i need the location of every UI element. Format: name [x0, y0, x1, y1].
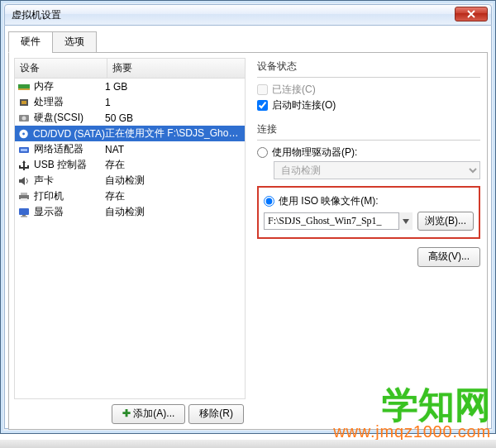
use-physical-radio[interactable] — [257, 147, 268, 158]
device-details-pane: 设备状态 已连接(C) 启动时连接(O) 连接 — [246, 58, 482, 424]
connected-checkbox — [257, 84, 268, 95]
connection-group: 连接 使用物理驱动器(P): 自动检测 使用 IS — [257, 122, 480, 267]
tab-hardware[interactable]: 硬件 — [8, 31, 53, 53]
device-summary: 1 GB — [105, 81, 242, 93]
client-area: 硬件 选项 设备 摘要 内存1 GB处理器1硬盘(SCSI)50 GBCD/DV… — [4, 26, 492, 429]
device-summary: 1 — [105, 97, 242, 108]
chevron-down-icon[interactable] — [398, 212, 413, 230]
iso-path-input[interactable] — [264, 212, 413, 230]
table-row[interactable]: 打印机存在 — [15, 188, 245, 204]
svg-rect-3 — [21, 101, 26, 104]
iso-highlight-box: 使用 ISO 映像文件(M): 浏览(B)... — [257, 186, 480, 239]
titlebar[interactable]: 虚拟机设置 — [4, 4, 492, 26]
svg-rect-12 — [21, 198, 27, 201]
hardware-panel: 设备 摘要 内存1 GB处理器1硬盘(SCSI)50 GBCD/DVD (SAT… — [8, 53, 488, 430]
svg-rect-15 — [21, 216, 27, 217]
vm-settings-window: 虚拟机设置 硬件 选项 设备 摘要 内存1 GB处理器1硬盘(SCSI)50 G… — [0, 0, 496, 434]
device-summary: 存在 — [105, 158, 242, 172]
device-table-body: 内存1 GB处理器1硬盘(SCSI)50 GBCD/DVD (SATA)正在使用… — [14, 79, 246, 399]
device-name: 网络适配器 — [34, 142, 83, 156]
device-list-pane: 设备 摘要 内存1 GB处理器1硬盘(SCSI)50 GBCD/DVD (SAT… — [14, 58, 246, 424]
device-name: 声卡 — [34, 174, 54, 188]
use-iso-radio[interactable] — [264, 196, 274, 207]
table-row[interactable]: 内存1 GB — [15, 79, 245, 94]
connect-on-power-checkbox[interactable] — [257, 100, 268, 111]
use-physical-radio-row[interactable]: 使用物理驱动器(P): — [257, 145, 480, 160]
device-status-group: 设备状态 已连接(C) 启动时连接(O) — [257, 60, 480, 114]
table-row[interactable]: 显示器自动检测 — [15, 204, 245, 220]
table-row[interactable]: 网络适配器NAT — [15, 141, 245, 157]
device-name: 硬盘(SCSI) — [34, 111, 83, 125]
device-summary: 正在使用文件 F:\SDJS_Ghost_Win7... — [105, 126, 242, 141]
iso-row: 浏览(B)... — [264, 212, 474, 231]
col-device[interactable]: 设备 — [15, 59, 107, 78]
device-summary: 存在 — [105, 189, 242, 203]
col-summary[interactable]: 摘要 — [107, 59, 137, 78]
browse-button[interactable]: 浏览(B)... — [417, 212, 474, 231]
table-row[interactable]: 硬盘(SCSI)50 GB — [15, 110, 245, 126]
svg-rect-13 — [19, 208, 29, 215]
device-name: 处理器 — [34, 95, 64, 109]
table-row[interactable]: 声卡自动检测 — [15, 173, 245, 188]
connection-title: 连接 — [257, 122, 480, 138]
table-row[interactable]: USB 控制器存在 — [15, 157, 245, 173]
table-row[interactable]: 处理器1 — [15, 94, 245, 110]
use-iso-radio-row[interactable]: 使用 ISO 映像文件(M): — [264, 194, 474, 208]
window-title: 虚拟机设置 — [12, 8, 61, 22]
device-name: 显示器 — [34, 205, 64, 219]
table-row[interactable]: CD/DVD (SATA)正在使用文件 F:\SDJS_Ghost_Win7..… — [15, 126, 245, 141]
connect-on-power-row[interactable]: 启动时连接(O) — [257, 98, 480, 112]
tabstrip: 硬件 选项 — [8, 31, 488, 53]
device-buttons: ✚添加(A)... 移除(R) — [14, 399, 246, 424]
svg-rect-14 — [22, 215, 26, 217]
device-name: USB 控制器 — [34, 158, 87, 172]
svg-rect-11 — [21, 193, 27, 195]
device-name: 打印机 — [34, 189, 64, 203]
advanced-button[interactable]: 高级(V)... — [417, 247, 480, 267]
remove-device-button[interactable]: 移除(R) — [188, 404, 244, 424]
connected-checkbox-row[interactable]: 已连接(C) — [257, 83, 480, 97]
add-device-button[interactable]: ✚添加(A)... — [112, 404, 185, 424]
device-name: 内存 — [34, 79, 54, 93]
tab-options[interactable]: 选项 — [52, 31, 97, 53]
svg-point-5 — [22, 116, 26, 120]
iso-path-combo[interactable] — [264, 212, 413, 230]
close-icon — [467, 10, 475, 18]
physical-drive-select: 自动检测 — [274, 161, 480, 179]
svg-point-7 — [22, 132, 25, 135]
device-table-header: 设备 摘要 — [14, 58, 246, 79]
device-summary: 50 GB — [105, 112, 242, 124]
svg-rect-1 — [18, 88, 30, 90]
device-status-title: 设备状态 — [257, 60, 480, 75]
close-button[interactable] — [455, 7, 488, 21]
device-summary: 自动检测 — [105, 205, 242, 219]
svg-rect-9 — [21, 149, 27, 151]
device-name: CD/DVD (SATA) — [33, 128, 105, 140]
device-summary: NAT — [105, 144, 242, 155]
device-summary: 自动检测 — [105, 174, 242, 188]
